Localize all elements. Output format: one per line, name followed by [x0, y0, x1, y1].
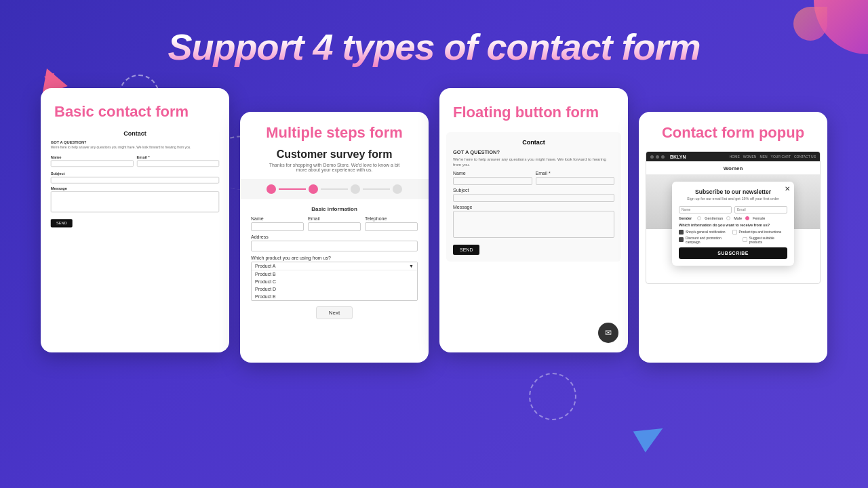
step-4-dot	[393, 184, 402, 194]
card-floating-button: Floating button form Contact GOT A QUEST…	[439, 88, 628, 352]
sf-name-input[interactable]	[251, 222, 304, 231]
circle-dashed-decoration-2	[529, 373, 576, 420]
sf-product-option-b[interactable]: Product B	[252, 270, 417, 278]
card-4-title: Contact form popup	[639, 112, 827, 151]
checkbox-discount[interactable]: Discount and promotion campaign	[679, 236, 736, 244]
fp-section-title: GOT A QUESTION?	[51, 140, 220, 144]
popup-title: Subscribe to our newsletter	[679, 188, 787, 195]
popup-email-input[interactable]	[734, 206, 787, 214]
fp-subject-label: Subject	[51, 172, 220, 176]
ff-send-button[interactable]: SEND	[453, 245, 479, 255]
checkbox-row-1: Shop's general notification Product tips…	[679, 230, 787, 235]
browser-page-title: Women	[646, 161, 820, 175]
fp-message-label: Message	[51, 187, 220, 191]
sf-product-option-d[interactable]: Product D	[252, 285, 417, 293]
fp-subject-input[interactable]	[51, 178, 220, 184]
sf-telephone-label: Telephone	[365, 216, 418, 221]
ff-name-input[interactable]	[453, 177, 532, 185]
nav-link-contact[interactable]: CONTACT US	[794, 155, 816, 159]
survey-form-title: Customer survey form	[251, 148, 418, 161]
fab-icon: ✉	[605, 328, 612, 338]
gender-label: Gender	[679, 216, 692, 220]
sf-address-input[interactable]	[251, 241, 418, 251]
ff-heading: Contact	[453, 139, 614, 146]
fp-desc: We're here to help answer any questions …	[51, 146, 220, 150]
checkbox-discount-label: Discount and promotion campaign	[686, 236, 736, 244]
checkbox-suggest-icon	[743, 237, 747, 242]
checkbox-product-tips[interactable]: Product tips and instructions	[732, 230, 782, 235]
sf-telephone-input[interactable]	[365, 222, 418, 231]
browser-nav-links: HOME WOMEN MEN YOUR CART CONTACT US	[730, 155, 816, 159]
ff-section-title: GOT A QUESTION?	[453, 149, 614, 155]
gender-female-radio[interactable]	[745, 216, 749, 220]
checkbox-tips-icon	[732, 230, 737, 235]
fp-name-label: Name	[51, 156, 134, 160]
sf-product-label: Which product you are using from us?	[251, 256, 418, 260]
fp-message-textarea[interactable]	[51, 192, 220, 213]
nav-link-home[interactable]: HOME	[730, 155, 740, 159]
checkbox-suggest[interactable]: Suggest suitable products	[743, 236, 787, 244]
card-multiple-steps: Multiple steps form Customer survey form…	[240, 112, 429, 363]
card-popup: Contact form popup BKLYN HOME WOMEN MEN …	[639, 112, 827, 363]
step-line-2	[321, 188, 348, 190]
step-3-dot	[351, 184, 360, 194]
survey-next-button[interactable]: Next	[316, 306, 353, 319]
sf-name-label: Name	[251, 216, 304, 221]
browser-dot-1	[650, 155, 654, 159]
card-basic-contact: Basic contact form Contact GOT A QUESTIO…	[41, 88, 229, 352]
checkbox-discount-icon	[679, 237, 684, 242]
nav-link-men[interactable]: MEN	[760, 155, 767, 159]
survey-form-desc: Thanks for shopping with Demo Store. We'…	[251, 163, 418, 172]
fp-heading: Contact	[51, 130, 220, 137]
popup-close-button[interactable]: ✕	[785, 185, 790, 192]
popup-subscribe-button[interactable]: SUBSCRIBE	[679, 247, 787, 259]
step-line-1	[279, 188, 306, 190]
browser-content-area: ✕ Subscribe to our newsletter Sign up fo…	[646, 175, 820, 283]
ff-message-textarea[interactable]	[453, 211, 614, 238]
sf-email-label: Email	[308, 216, 361, 221]
ff-message-label: Message	[453, 205, 614, 209]
ff-name-label: Name	[453, 171, 532, 176]
fp-name-input[interactable]	[51, 161, 134, 167]
popup-name-email-row	[679, 206, 787, 214]
checkbox-tips-label: Product tips and instructions	[739, 230, 782, 234]
fp-email-input[interactable]	[137, 161, 220, 167]
popup-checkboxes: Shop's general notification Product tips…	[679, 230, 787, 244]
page-title: Support 4 types of contact form	[0, 26, 868, 68]
checkbox-general-notification[interactable]: Shop's general notification	[679, 230, 726, 235]
floating-form-bg: Contact GOT A QUESTION? We're here to he…	[446, 132, 621, 262]
sf-product-dropdown[interactable]: Product A ▼ Product B Product C Product …	[251, 262, 418, 301]
cards-container: Basic contact form Contact GOT A QUESTIO…	[0, 88, 868, 363]
floating-action-button[interactable]: ✉	[598, 323, 618, 343]
nav-link-women[interactable]: WOMEN	[743, 155, 757, 159]
sf-email-input[interactable]	[308, 222, 361, 231]
ff-subject-input[interactable]	[453, 194, 614, 202]
ff-subject-label: Subject	[453, 188, 614, 192]
ff-email-input[interactable]	[536, 177, 615, 185]
fp-send-button[interactable]: SEND	[51, 220, 73, 228]
checkbox-row-2: Discount and promotion campaign Suggest …	[679, 236, 787, 244]
fp-email-label: Email *	[137, 156, 220, 160]
gender-male-label: Male	[734, 216, 742, 220]
gender-male-radio[interactable]	[726, 216, 730, 220]
gender-gentleman-radio[interactable]	[697, 216, 701, 220]
checkbox-suggest-label: Suggest suitable products	[749, 236, 787, 244]
survey-form-fields: Name Email Telephone Address Which produ…	[240, 216, 429, 301]
sf-product-option-c[interactable]: Product C	[252, 278, 417, 285]
card-2-title: Multiple steps form	[240, 112, 429, 148]
popup-gender-row: Gender Gentleman Male Female	[679, 216, 787, 220]
step-1-dot	[267, 184, 276, 194]
sf-product-option-e[interactable]: Product E	[252, 293, 417, 300]
popup-name-input[interactable]	[679, 206, 732, 214]
sf-product-selected: Product A	[255, 264, 275, 268]
popup-desc: Sign up for our email list and get 15% o…	[679, 197, 787, 202]
checkbox-general-label: Shop's general notification	[686, 230, 726, 234]
step-2-dot	[309, 184, 318, 194]
main-title-section: Support 4 types of contact form	[0, 0, 868, 88]
sf-address-label: Address	[251, 235, 418, 239]
popup-browser-preview: BKLYN HOME WOMEN MEN YOUR CART CONTACT U…	[646, 151, 821, 284]
card-3-title: Floating button form	[439, 88, 628, 132]
nav-link-cart[interactable]: YOUR CART	[771, 155, 791, 159]
browser-store-name: BKLYN	[670, 155, 686, 159]
newsletter-popup: ✕ Subscribe to our newsletter Sign up fo…	[672, 182, 794, 266]
